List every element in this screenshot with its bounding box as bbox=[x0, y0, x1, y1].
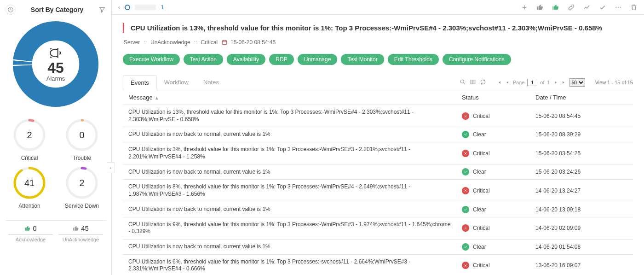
table-row[interactable]: CPU Utilization is now back to normal, c… bbox=[123, 164, 633, 180]
category-trouble[interactable]: 0 Trouble bbox=[58, 118, 106, 161]
table-row[interactable]: CPU Utilization is now back to normal, c… bbox=[123, 202, 633, 217]
search-icon[interactable] bbox=[460, 79, 466, 87]
row-date: 15-06-20 08:39:29 bbox=[535, 131, 627, 138]
sidebar-title: Sort By Category bbox=[31, 6, 83, 13]
breadcrumb-number[interactable]: 1 bbox=[161, 4, 164, 11]
thumbs-up-green-icon[interactable] bbox=[552, 4, 559, 11]
row-date: 15-06-20 03:54:25 bbox=[535, 150, 627, 157]
critical-icon bbox=[462, 150, 469, 157]
critical-icon bbox=[462, 112, 469, 120]
row-status: Critical bbox=[473, 262, 490, 269]
table-row[interactable]: CPU Utilization is now back to normal, c… bbox=[123, 240, 633, 255]
ack-state: UnAcknowledge bbox=[150, 39, 190, 46]
row-message: CPU Utilization is 13%, threshold value … bbox=[128, 109, 462, 123]
refresh-icon[interactable] bbox=[480, 79, 486, 87]
pager-of: of bbox=[540, 80, 544, 85]
table-row[interactable]: CPU Utilization is 13%, threshold value … bbox=[123, 105, 633, 127]
pager-prev-icon[interactable] bbox=[505, 80, 510, 85]
row-date: 15-06-20 08:54:45 bbox=[535, 113, 627, 119]
row-date: 14-06-20 01:54:08 bbox=[535, 244, 627, 250]
col-message[interactable]: Message▲ bbox=[128, 94, 462, 101]
table-row[interactable]: CPU Utilization is 9%, threshold value f… bbox=[123, 217, 633, 240]
thumbs-up-gray-icon[interactable] bbox=[536, 4, 544, 11]
unacknowledge-count[interactable]: 45 UnAcknowledge bbox=[56, 224, 106, 242]
check-icon[interactable] bbox=[599, 4, 606, 11]
columns-icon[interactable] bbox=[470, 79, 476, 87]
svg-point-14 bbox=[620, 7, 621, 8]
category-value: 2 bbox=[65, 166, 99, 200]
table-row[interactable]: CPU Utilization is now back to normal, c… bbox=[123, 127, 633, 142]
action-unmanage[interactable]: Unmanage bbox=[298, 54, 338, 65]
unack-count: 45 bbox=[81, 224, 89, 232]
action-test monitor[interactable]: Test Monitor bbox=[341, 54, 384, 65]
category-value: 2 bbox=[12, 118, 46, 152]
link-icon[interactable] bbox=[568, 4, 575, 11]
recent-icon[interactable] bbox=[6, 5, 16, 15]
action-availability[interactable]: Availability bbox=[227, 54, 265, 65]
acknowledge-count[interactable]: 0 Acknowledge bbox=[6, 224, 56, 242]
row-status: Clear bbox=[473, 244, 486, 250]
row-message: CPU Utilization is now back to normal, c… bbox=[128, 169, 462, 176]
pager-size-select[interactable]: 50 bbox=[569, 78, 585, 87]
alarms-donut: 45 Alarms bbox=[12, 20, 99, 108]
clear-icon bbox=[462, 168, 469, 176]
row-date: 14-06-20 02:09:09 bbox=[535, 225, 627, 231]
action-edit thresholds[interactable]: Edit Thresholds bbox=[388, 54, 439, 65]
col-status[interactable]: Status bbox=[462, 94, 535, 101]
category-service down[interactable]: 2 Service Down bbox=[58, 166, 106, 209]
category-critical[interactable]: 2 Critical bbox=[6, 118, 53, 161]
alert-timestamp: 15-06-20 08:54:45 bbox=[230, 39, 276, 46]
pager-first-icon[interactable] bbox=[496, 80, 502, 85]
sidebar-collapse-handle[interactable]: ‹ bbox=[107, 162, 115, 173]
critical-icon bbox=[462, 262, 469, 269]
tab-workflow[interactable]: Workflow bbox=[157, 75, 196, 90]
pager-last-icon[interactable] bbox=[561, 80, 567, 85]
row-message: CPU Utilization is now back to normal, c… bbox=[128, 243, 462, 251]
row-status: Critical bbox=[473, 225, 490, 231]
svg-point-16 bbox=[460, 80, 464, 83]
row-status: Clear bbox=[473, 169, 486, 175]
clear-icon bbox=[462, 206, 469, 213]
row-message: CPU Utilization is 3%, threshold value f… bbox=[128, 146, 462, 160]
row-message: CPU Utilization is now back to normal, c… bbox=[128, 131, 462, 138]
device-type: Server bbox=[124, 39, 140, 46]
back-icon[interactable]: ‹ bbox=[118, 4, 120, 11]
action-rdp[interactable]: RDP bbox=[269, 54, 293, 65]
sort-asc-icon: ▲ bbox=[155, 95, 159, 100]
add-icon[interactable] bbox=[521, 4, 528, 11]
table-row[interactable]: CPU Utilization is 6%, threshold value f… bbox=[123, 255, 633, 275]
table-row[interactable]: CPU Utilization is 3%, threshold value f… bbox=[123, 142, 633, 164]
chart-icon[interactable] bbox=[583, 4, 591, 11]
pager-page-label: Page bbox=[513, 80, 525, 85]
category-value: 41 bbox=[12, 166, 46, 200]
category-value: 0 bbox=[65, 118, 99, 152]
menu-icon[interactable] bbox=[615, 4, 622, 11]
col-date[interactable]: Date / Time bbox=[535, 94, 627, 101]
alarm-total: 45 bbox=[47, 60, 64, 75]
row-date: 15-06-20 03:24:26 bbox=[535, 169, 627, 175]
critical-icon bbox=[462, 224, 469, 232]
pager-next-icon[interactable] bbox=[553, 80, 558, 85]
critical-icon bbox=[462, 187, 469, 194]
pager-page-input[interactable] bbox=[527, 79, 537, 86]
category-label: Attention bbox=[18, 203, 40, 209]
category-attention[interactable]: 41 Attention bbox=[6, 166, 53, 209]
filter-icon[interactable] bbox=[98, 6, 106, 13]
action-execute workflow[interactable]: Execute Workflow bbox=[123, 54, 180, 65]
alarm-total-label: Alarms bbox=[46, 75, 65, 82]
category-label: Critical bbox=[21, 155, 38, 161]
topbar: ‹ 1 bbox=[112, 0, 644, 15]
ack-count: 0 bbox=[33, 224, 36, 232]
trash-icon[interactable] bbox=[630, 4, 638, 11]
tab-events[interactable]: Events bbox=[123, 75, 157, 90]
action-test action[interactable]: Test Action bbox=[184, 54, 223, 65]
action-configure notifications[interactable]: Configure Notifications bbox=[443, 54, 511, 65]
category-label: Service Down bbox=[65, 203, 99, 209]
category-label: Trouble bbox=[73, 155, 91, 161]
row-status: Critical bbox=[473, 150, 490, 157]
table-row[interactable]: CPU Utilization is 8%, threshold value f… bbox=[123, 180, 633, 202]
ack-label: Acknowledge bbox=[6, 237, 56, 242]
unack-label: UnAcknowledge bbox=[56, 237, 106, 242]
tab-notes[interactable]: Notes bbox=[196, 75, 226, 90]
svg-point-13 bbox=[618, 7, 619, 8]
